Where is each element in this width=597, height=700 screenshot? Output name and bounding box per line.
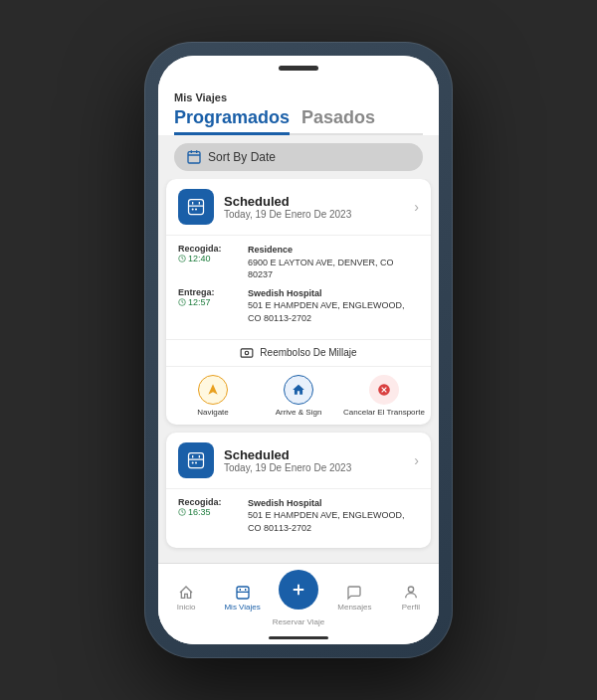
nav-label-mensajes: Mensajes (337, 603, 371, 612)
trip-header-1[interactable]: Scheduled Today, 19 De Enero De 2023 › (166, 179, 431, 236)
svg-point-16 (195, 461, 197, 463)
trip-title-group-2: Scheduled Today, 19 De Enero De 2023 (224, 447, 414, 473)
status-bar (158, 56, 439, 80)
screen-content: Mis Viajes Programados Pasados Sort By D… (158, 80, 439, 644)
reimbursement-label: Reembolso De Millaje (260, 347, 356, 358)
schedule-icon (186, 197, 206, 217)
dropoff-row-1: Entrega: 12:57 Swedish Hospital 501 E HA… (178, 287, 419, 325)
reimbursement-icon (240, 346, 254, 360)
page-title: Mis Viajes (174, 91, 423, 103)
messages-nav-icon (346, 585, 362, 601)
home-indicator (269, 636, 328, 639)
nav-item-mis-viajes[interactable]: Mis Viajes (214, 583, 270, 613)
trip-title-group-1: Scheduled Today, 19 De Enero De 2023 (224, 194, 414, 220)
arrive-sign-icon (292, 383, 305, 397)
nav-label-perfil: Perfil (402, 603, 420, 612)
reservar-button[interactable] (279, 570, 318, 610)
svg-point-19 (408, 587, 413, 592)
arrive-sign-label: Arrive & Sign (276, 408, 322, 417)
sort-label: Sort By Date (208, 150, 276, 164)
svg-point-5 (192, 209, 194, 211)
nav-item-perfil[interactable]: Perfil (383, 583, 439, 613)
tabs-row: Programados Pasados (174, 107, 423, 135)
nav-label-mis-viajes: Mis Viajes (224, 603, 260, 612)
phone-frame: Mis Viajes Programados Pasados Sort By D… (144, 42, 453, 658)
chevron-right-icon-1[interactable]: › (414, 199, 419, 215)
trip-card-1: Scheduled Today, 19 De Enero De 2023 › R… (166, 179, 431, 425)
trip-details-1: Recogida: 12:40 Residence 6900 E LAYTON … (166, 236, 431, 339)
tab-pasados[interactable]: Pasados (301, 107, 375, 132)
svg-point-15 (192, 461, 194, 463)
nav-item-mensajes[interactable]: Mensajes (326, 583, 382, 613)
nav-bar: Inicio Mis Viajes Reservar Viaje Mensaje… (158, 563, 439, 630)
pickup-row-2: Recogida: 16:35 Swedish Hospital 501 E H… (178, 497, 419, 535)
trips-nav-icon (235, 585, 251, 601)
tab-programados[interactable]: Programados (174, 107, 290, 135)
pickup-address-2: Swedish Hospital 501 E HAMPDEN AVE, ENGL… (248, 497, 419, 535)
pickup-address-1: Residence 6900 E LAYTON AVE, DENVER, CO … (248, 244, 419, 281)
cancel-icon (377, 383, 391, 397)
trip-icon-1 (178, 189, 214, 225)
phone-screen: Mis Viajes Programados Pasados Sort By D… (158, 56, 439, 644)
trips-list: Scheduled Today, 19 De Enero De 2023 › R… (158, 179, 439, 563)
trip-icon-2 (178, 442, 214, 478)
arrive-sign-button[interactable]: Arrive & Sign (256, 375, 341, 417)
nav-label-inicio: Inicio (177, 603, 196, 612)
pickup-row-1: Recogida: 12:40 Residence 6900 E LAYTON … (178, 244, 419, 281)
clock-icon-pickup-2 (178, 508, 186, 516)
pickup-label-2: Recogida: (178, 497, 248, 507)
trip-details-2: Recogida: 16:35 Swedish Hospital 501 E H… (166, 489, 431, 549)
reimbursement-row[interactable]: Reembolso De Millaje (166, 339, 431, 367)
pickup-time-2: 16:35 (178, 507, 248, 517)
svg-point-6 (195, 209, 197, 211)
speaker (279, 66, 318, 71)
nav-label-reservar: Reservar Viaje (273, 617, 324, 626)
trip-status-2: Scheduled (224, 447, 414, 462)
trip-date-1: Today, 19 De Enero De 2023 (224, 209, 414, 220)
navigate-icon (206, 383, 220, 397)
plus-icon (290, 581, 307, 599)
clock-icon-pickup (178, 255, 186, 262)
svg-point-10 (246, 351, 250, 355)
svg-rect-14 (189, 452, 204, 467)
app-header: Mis Viajes Programados Pasados (158, 80, 439, 135)
clock-icon-dropoff (178, 298, 186, 306)
trip-status-1: Scheduled (224, 194, 414, 209)
svg-rect-9 (242, 348, 254, 356)
navigate-button[interactable]: Navigate (170, 375, 256, 417)
sort-button[interactable]: Sort By Date (174, 143, 423, 171)
action-row: Navigate Arrive & Sign (166, 367, 431, 425)
trip-card-2: Scheduled Today, 19 De Enero De 2023 › R… (166, 433, 431, 549)
schedule-icon-2 (186, 450, 206, 470)
cancel-label: Cancelar El Transporte (343, 408, 425, 417)
dropoff-label-1: Entrega: (178, 287, 248, 297)
navigate-icon-circle (198, 375, 228, 405)
trip-header-2[interactable]: Scheduled Today, 19 De Enero De 2023 › (166, 433, 431, 489)
svg-rect-4 (189, 200, 204, 215)
bottom-bar (158, 630, 439, 644)
dropoff-time-1: 12:57 (178, 297, 248, 307)
navigate-label: Navigate (197, 408, 229, 417)
home-nav-icon (178, 585, 194, 601)
cancel-icon-circle (369, 375, 399, 405)
trip-date-2: Today, 19 De Enero De 2023 (224, 462, 414, 473)
pickup-label-1: Recogida: (178, 244, 248, 254)
arrive-sign-icon-circle (284, 375, 313, 405)
svg-rect-0 (188, 152, 200, 163)
cancel-button[interactable]: Cancelar El Transporte (341, 375, 427, 417)
dropoff-address-1: Swedish Hospital 501 E HAMPDEN AVE, ENGL… (248, 287, 419, 325)
nav-item-reservar[interactable]: Reservar Viaje (271, 568, 326, 628)
pickup-time-1: 12:40 (178, 254, 248, 263)
profile-nav-icon (403, 585, 419, 601)
chevron-right-icon-2[interactable]: › (414, 452, 419, 468)
nav-item-inicio[interactable]: Inicio (158, 583, 214, 613)
calendar-icon (186, 149, 202, 165)
